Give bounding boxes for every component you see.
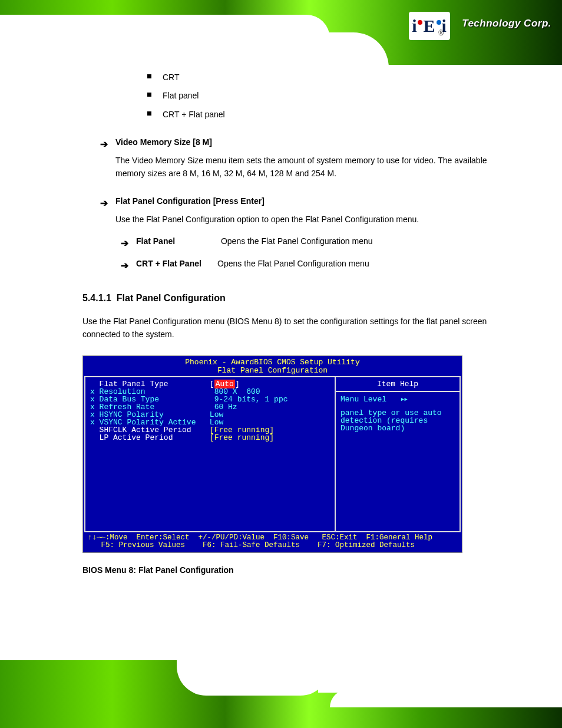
option-flat-panel-config: ➔ Flat Panel Configuration [Press Enter] [82,195,503,207]
bullet-crt-flat-panel: CRT + Flat panel [82,108,503,121]
bios-left-pane[interactable]: Flat Panel Type [Auto] x Resolution 800 … [85,377,336,531]
arrow-icon: ➔ [100,196,108,211]
sub-option-flat-panel: ➔ Flat Panel Opens the Flat Panel Config… [82,235,503,248]
bios-menu-level: Menu Level ▸▸ [340,396,455,403]
option-title: Video Memory Size [8 M] [115,137,212,147]
bios-row-lp[interactable]: LP Active Period [Free running] [90,434,330,442]
section-heading: 5.4.1.1 Flat Panel Configuration [82,291,503,306]
arrow-icon: ➔ [121,236,128,251]
bios-help-title: Item Help [336,377,459,392]
sub-option-label: Flat Panel [136,236,175,246]
section-body: Use the Flat Panel Configuration menu (B… [82,315,503,341]
bullet-label: Flat panel [163,91,199,100]
bios-screenshot: Phoenix - AwardBIOS CMOS Setup Utility F… [82,355,462,553]
bullet-label: CRT [163,73,180,82]
header-band: iEi ® Technology Corp. [0,0,562,65]
option-body: The Video Memory Size menu item sets the… [82,154,503,180]
bios-title: Phoenix - AwardBIOS CMOS Setup Utility [84,357,461,367]
bios-help-text: panel type or use auto detection (requir… [340,409,455,432]
sub-option-crt-flat-panel: ➔ CRT + Flat Panel Opens the Flat Panel … [82,257,503,270]
header-cut [0,15,330,38]
footer-cut [177,660,330,696]
section-number: 5.4.1.1 [82,293,111,303]
bios-subtitle: Flat Panel Configuration [84,367,461,376]
footer-band [0,660,562,728]
footer-cut-strip [330,690,562,707]
option-video-memory: ➔ Video Memory Size [8 M] [82,136,503,149]
logo-dot-blue [437,20,441,25]
bios-help-body: Menu Level ▸▸ panel type or use auto det… [336,392,459,436]
registered-icon: ® [438,28,443,37]
arrow-icon: ➔ [121,258,128,274]
arrow-icon: ➔ [100,137,108,152]
figure-caption: BIOS Menu 8: Flat Panel Configuration [82,564,503,577]
bullet-crt: CRT [82,71,503,84]
sub-option-label: CRT + Flat Panel [136,259,201,268]
sub-option-desc: Opens the Flat Panel Configuration menu [217,259,369,268]
header-cut-lower [0,38,353,65]
footer-cut-right [318,660,562,693]
logo-dot-red [418,20,422,25]
option-body: Use the Flat Panel Configuration option … [82,213,503,226]
page-content: CRT Flat panel CRT + Flat panel ➔ Video … [82,71,503,577]
option-title: Flat Panel Configuration [Press Enter] [115,196,265,206]
bios-footer: ↑↓→←:Move Enter:Select +/-/PU/PD:Value F… [84,532,461,551]
bullet-label: CRT + Flat panel [163,110,225,119]
brand-logo: iEi [409,12,450,40]
bios-right-pane: Item Help Menu Level ▸▸ panel type or us… [336,377,459,531]
section-title: Flat Panel Configuration [117,293,226,303]
chevron-right-icon: ▸▸ [400,395,407,404]
brand-corp-text: Technology Corp. [462,18,551,29]
header-curve [318,32,389,65]
bios-box: Flat Panel Type [Auto] x Resolution 800 … [84,376,461,532]
bullet-flat-panel: Flat panel [82,89,503,102]
sub-option-desc: Opens the Flat Panel Configuration menu [221,236,373,246]
